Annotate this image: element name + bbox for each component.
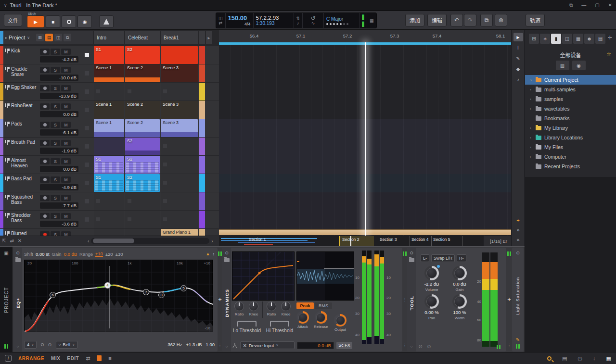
- user-view-icon[interactable]: ☻: [584, 34, 594, 44]
- fold-icon[interactable]: «: [516, 237, 519, 242]
- browser-tree-item[interactable]: › My Files: [525, 142, 616, 152]
- track-name[interactable]: Pads: [11, 119, 40, 137]
- arm-button[interactable]: [40, 231, 50, 236]
- device-tool[interactable]: ⊙ TOOL ○ L- Swap L/R R- -2.2 dBVolume 0.…: [407, 248, 506, 351]
- track-row[interactable]: Kick S M -4.2 dB S1: [0, 46, 219, 64]
- browser-tree-item[interactable]: › Computer: [525, 152, 616, 162]
- clip-slot[interactable]: Scene 3: [161, 101, 198, 119]
- attack-knob[interactable]: [296, 311, 309, 324]
- play-button[interactable]: ▶: [27, 15, 44, 28]
- edit-button[interactable]: 编辑: [427, 14, 447, 26]
- clip-stop-button[interactable]: [80, 64, 93, 82]
- modulation-icon[interactable]: ○: [17, 344, 19, 349]
- track-row[interactable]: Pads S M -6.1 dB Scene 1: [0, 119, 219, 137]
- device-name[interactable]: Light Saturation: [515, 277, 520, 315]
- arm-button[interactable]: [40, 213, 50, 219]
- track-row[interactable]: Bass Pad S M -4.9 dB S1: [0, 174, 219, 192]
- width-knob[interactable]: [452, 294, 467, 309]
- track-row[interactable]: Blurred S M: [0, 229, 219, 236]
- track-name[interactable]: Blurred: [11, 229, 40, 236]
- knife-tool-icon[interactable]: ◆: [513, 64, 523, 73]
- clip-slot[interactable]: [125, 229, 160, 236]
- clip[interactable]: Scene 2: [125, 64, 160, 82]
- scene-header[interactable]: CeleBeat: [125, 31, 160, 44]
- device-light-saturation-collapsed[interactable]: ⊙ Light Saturation ✎: [512, 248, 524, 351]
- section-label[interactable]: Section 4: [411, 237, 428, 242]
- clip-view-icon[interactable]: [97, 355, 102, 361]
- groove-icon[interactable]: ▦: [367, 13, 376, 28]
- punch-toggles[interactable]: ◫ ⇄: [216, 13, 226, 28]
- clip-slot[interactable]: [161, 156, 198, 174]
- window-menu-icon[interactable]: ∨: [4, 3, 7, 8]
- grid-view-icon[interactable]: ⊞: [529, 34, 539, 44]
- mute-button[interactable]: M: [61, 103, 71, 110]
- tab-mix[interactable]: MIX: [51, 356, 60, 361]
- clip[interactable]: Scene 3: [161, 119, 198, 137]
- band-gain-value[interactable]: +1.3 dB: [186, 342, 202, 347]
- key-value[interactable]: C Major: [326, 16, 357, 22]
- arm-button[interactable]: [40, 158, 50, 164]
- files-view-icon[interactable]: ▤: [595, 34, 605, 44]
- grid-setting-label[interactable]: [1/16] Er: [490, 238, 507, 244]
- volume-fader[interactable]: -4.9 dB: [40, 184, 78, 190]
- time-signature[interactable]: 4/4: [228, 22, 251, 26]
- browser-tree-item[interactable]: › samples: [525, 94, 616, 104]
- flip-icon[interactable]: ⇄: [10, 238, 13, 243]
- eq-band-node[interactable]: 3: [158, 292, 165, 298]
- punch-in-icon[interactable]: ◫: [218, 16, 223, 21]
- scene-header[interactable]: Intro: [94, 31, 124, 44]
- dual-panel-icon[interactable]: ⇄: [86, 355, 90, 362]
- device-preset-icon[interactable]: [409, 258, 414, 262]
- redo-button[interactable]: ↷: [464, 14, 476, 26]
- clip-stop-button[interactable]: [80, 46, 93, 64]
- pen-tool-icon[interactable]: ✎: [513, 54, 523, 63]
- volume-fader[interactable]: -10.0 dB: [40, 75, 78, 81]
- solo-button[interactable]: S: [51, 67, 60, 73]
- scrollbar-thumb[interactable]: [93, 238, 134, 243]
- clip[interactable]: Grand Piano 1: [161, 229, 198, 236]
- clip-slot[interactable]: [94, 83, 124, 100]
- metronome-button[interactable]: [99, 15, 114, 28]
- ratio-knob[interactable]: [234, 301, 244, 311]
- clip-slot[interactable]: [94, 192, 124, 210]
- browser-tree-item[interactable]: › multi-samples: [525, 85, 616, 94]
- shift-value[interactable]: 0.00 st: [36, 251, 50, 257]
- clip-slot[interactable]: [94, 229, 124, 236]
- headphone-icon[interactable]: Ω: [40, 342, 44, 347]
- device-power-icon[interactable]: ⊙: [516, 251, 520, 255]
- volume-fader[interactable]: 0.0 dB: [40, 111, 78, 117]
- solo-button[interactable]: S: [51, 140, 60, 146]
- browser-tree-item[interactable]: Recent Projects: [525, 162, 616, 171]
- loop-toggles[interactable]: ↺ ∿: [303, 13, 324, 28]
- volume-fader[interactable]: 0.0 dB: [40, 166, 78, 172]
- clip[interactable]: Scene 3: [161, 101, 198, 119]
- delete-button[interactable]: ⊗: [495, 14, 507, 26]
- volume-fader[interactable]: -6.1 dB: [40, 129, 78, 136]
- track-name[interactable]: Bass Pad: [11, 174, 40, 192]
- split-view-icon[interactable]: ◫: [562, 34, 572, 44]
- ibeam-tool-icon[interactable]: I: [513, 43, 523, 52]
- clip[interactable]: S2: [125, 156, 160, 174]
- arranger-timeline[interactable]: 56.4 57.1 57.2 57.3 57.4 58.1: [219, 30, 511, 236]
- drag-handle-icon[interactable]: ⋮: [218, 343, 222, 348]
- clip[interactable]: Scene 1: [94, 64, 124, 82]
- device-name[interactable]: TOOL: [409, 296, 414, 310]
- volume-fader[interactable]: -4.2 dB: [40, 56, 78, 63]
- track-name[interactable]: Almost Heaven: [11, 156, 40, 174]
- modulation-icon[interactable]: ○: [411, 344, 413, 349]
- scroll-right-icon[interactable]: ›: [211, 238, 213, 244]
- hi-threshold-slider[interactable]: [270, 321, 289, 326]
- automation-button[interactable]: ◉: [77, 15, 92, 28]
- updown-icon[interactable]: ↕: [213, 251, 215, 256]
- minimap-playhead[interactable]: [350, 236, 351, 247]
- clip[interactable]: S2: [125, 174, 160, 192]
- range-10-button[interactable]: ±10: [95, 251, 103, 257]
- project-chevron-icon[interactable]: ∨: [27, 36, 30, 40]
- arrangement-minimap[interactable]: Section 1 Section 2 Section 3 Section 4 …: [219, 236, 484, 247]
- filter-mod-icon[interactable]: ◉: [572, 61, 586, 70]
- punch-swap-icon[interactable]: ⇄: [218, 21, 223, 25]
- browser-target-icon[interactable]: ✛: [608, 35, 612, 41]
- mute-button[interactable]: M: [61, 213, 71, 219]
- device-power-icon[interactable]: ⊙: [16, 251, 20, 255]
- clip-slot[interactable]: Scene 1: [94, 64, 124, 82]
